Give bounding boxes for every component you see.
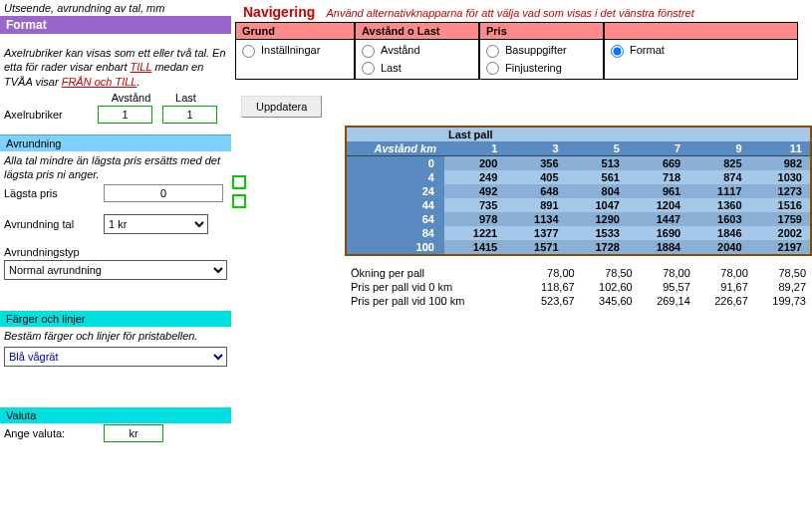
- summary-value: 95,57: [639, 280, 696, 294]
- label-valuta: Ange valuta:: [4, 427, 104, 439]
- input-lagsta-pris[interactable]: [104, 184, 223, 202]
- summary-value: 118,67: [523, 280, 581, 294]
- nav-radio-finjustering[interactable]: Finjustering: [486, 60, 597, 78]
- summary-value: 345,60: [581, 294, 639, 308]
- grid-cell: 405: [505, 170, 566, 184]
- summary-value: 78,00: [639, 266, 696, 280]
- label-axelrubriker: Axelrubriker: [4, 109, 98, 121]
- grid-cell: 1030: [750, 170, 811, 184]
- grid-colhead: 3: [505, 141, 566, 156]
- farger-desc: Bestäm färger och linjer för pristabelle…: [0, 327, 231, 345]
- grid-colhead: 9: [688, 141, 749, 156]
- summary-value: 89,27: [754, 280, 812, 294]
- summary-value: 269,14: [639, 294, 696, 308]
- grid-cell: 1728: [567, 240, 628, 255]
- grid-cell: 1117: [688, 184, 749, 198]
- grid-cell: 492: [444, 184, 505, 198]
- grid-rowlabel: 0: [346, 156, 444, 171]
- summary-value: 78,00: [523, 266, 581, 280]
- summary-value: 78,50: [754, 266, 812, 280]
- grid-cell: 1516: [750, 198, 811, 212]
- grid-cell: 561: [567, 170, 628, 184]
- grid-cell: 874: [688, 170, 749, 184]
- nav-grid: GrundInställningarAvstånd o LastAvståndL…: [235, 22, 812, 80]
- nav-radio-avstånd[interactable]: Avstånd: [362, 42, 472, 60]
- grid-cell: 1846: [688, 226, 749, 240]
- left-subtitle: Utseende, avrundning av tal, mm: [0, 0, 231, 16]
- input-valuta[interactable]: [104, 424, 163, 442]
- nav-radio-inställningar[interactable]: Inställningar: [242, 42, 348, 60]
- grid-cell: 249: [444, 170, 505, 184]
- link-fran-till[interactable]: FRÅN och TILL: [62, 76, 137, 88]
- grid-cell: 1447: [628, 212, 688, 226]
- summary-label: Pris per pall vid 100 km: [345, 294, 523, 308]
- axelrubriker-desc: Axelrubriker kan visas som ett eller två…: [0, 44, 231, 91]
- link-till[interactable]: TILL: [131, 61, 152, 73]
- label-avrundning-tal: Avrundning tal: [4, 218, 104, 230]
- grid-colhead: 11: [750, 141, 811, 156]
- summary-value: 78,00: [696, 266, 754, 280]
- nav-head-2: Pris: [480, 23, 603, 40]
- grid-cell: 1221: [444, 226, 505, 240]
- summary-value: 199,73: [754, 294, 812, 308]
- grid-cell: 1377: [505, 226, 566, 240]
- grid-rowlabel: 44: [346, 198, 444, 212]
- nav-head-1: Avstånd o Last: [356, 23, 478, 40]
- nav-head-0: Grund: [236, 23, 354, 40]
- grid-cell: 1759: [750, 212, 811, 226]
- input-avstand[interactable]: [98, 106, 152, 124]
- grid-title: Last pall: [444, 127, 811, 141]
- summary-value: 226,67: [696, 294, 754, 308]
- grid-cell: 356: [505, 156, 566, 171]
- grid-colhead: 7: [628, 141, 688, 156]
- nav-radio-format[interactable]: Format: [611, 42, 791, 60]
- label-avrundningstyp: Avrundningstyp: [4, 246, 80, 258]
- summary-value: 102,60: [581, 280, 639, 294]
- grid-cell: 891: [505, 198, 566, 212]
- grid-rowlabel: 64: [346, 212, 444, 226]
- summary-label: Ökning per pall: [345, 266, 523, 280]
- nav-radio-last[interactable]: Last: [362, 60, 472, 78]
- label-lagsta-pris: Lägsta pris: [4, 187, 104, 199]
- select-avrundning-tal[interactable]: 1 kr: [104, 214, 208, 234]
- grid-cell: 669: [628, 156, 688, 171]
- grid-rowhead: Avstånd km: [346, 141, 444, 156]
- grid-cell: 200: [444, 156, 505, 171]
- select-farger[interactable]: Blå vågrät: [4, 347, 227, 367]
- colhead-avstand: Avstånd: [104, 92, 158, 104]
- select-avrundningstyp[interactable]: Normal avrundning: [4, 260, 227, 280]
- grid-cell: 513: [567, 156, 628, 171]
- grid-rowlabel: 24: [346, 184, 444, 198]
- section-farger: Färger och linjer: [0, 311, 231, 327]
- avrundning-desc: Alla tal mindre än lägsta pris ersätts m…: [0, 151, 231, 184]
- grid-cell: 648: [505, 184, 566, 198]
- colhead-last: Last: [158, 92, 213, 104]
- grid-cell: 1571: [505, 240, 566, 255]
- grid-cell: 2040: [688, 240, 749, 255]
- grid-cell: 1273: [750, 184, 811, 198]
- grid-cell: 2002: [750, 226, 811, 240]
- grid-cell: 978: [444, 212, 505, 226]
- grid-cell: 1533: [567, 226, 628, 240]
- left-header: Format: [0, 16, 231, 34]
- input-last[interactable]: [162, 106, 217, 124]
- grid-cell: 1690: [628, 226, 688, 240]
- grid-cell: 1884: [628, 240, 688, 255]
- grid-cell: 825: [688, 156, 749, 171]
- nav-title: Navigering: [235, 0, 323, 22]
- grid-cell: 961: [628, 184, 688, 198]
- grid-cell: 1204: [628, 198, 688, 212]
- grid-rowlabel: 100: [346, 240, 444, 255]
- nav-head-3: [605, 23, 797, 40]
- grid-cell: 735: [444, 198, 505, 212]
- grid-cell: 804: [567, 184, 628, 198]
- update-button[interactable]: Uppdatera: [241, 96, 322, 118]
- nav-radio-basuppgifter[interactable]: Basuppgifter: [486, 42, 597, 60]
- summary-value: 523,67: [523, 294, 581, 308]
- grid-colhead: 1: [444, 141, 505, 156]
- price-grid: Last pallAvstånd km135791102003565136698…: [345, 126, 812, 256]
- grid-cell: 1047: [567, 198, 628, 212]
- summary-value: 91,67: [696, 280, 754, 294]
- nav-hint: Använd alternativknapparna för att välja…: [326, 7, 693, 19]
- grid-rowlabel: 84: [346, 226, 444, 240]
